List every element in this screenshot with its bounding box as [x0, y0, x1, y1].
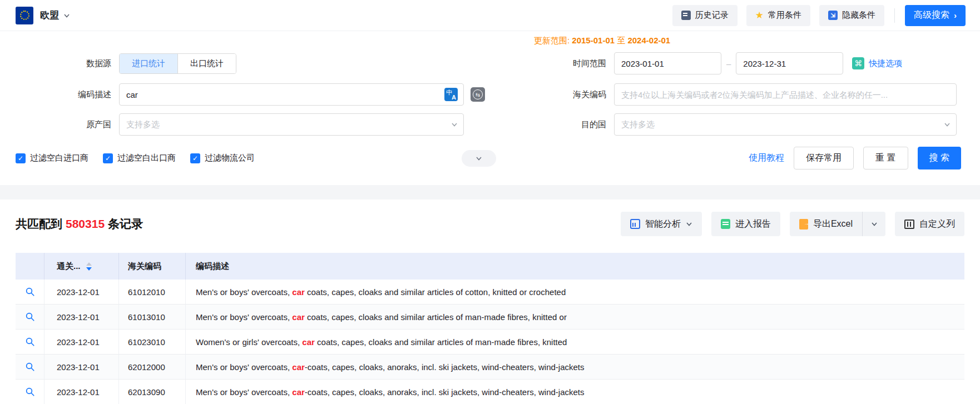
expand-conditions-button[interactable]	[462, 150, 496, 167]
star-icon: ★	[755, 11, 764, 20]
section-divider	[0, 185, 980, 199]
magnifier-icon[interactable]	[25, 337, 35, 347]
code-desc-label: 编码描述	[16, 89, 111, 100]
search-button[interactable]: 搜 索	[918, 147, 961, 169]
header-code-column: 海关编码	[119, 253, 186, 280]
filter-logistics-checkbox[interactable]: ✓ 过滤物流公司	[190, 153, 255, 163]
translate-icon[interactable]: 中A	[444, 88, 458, 101]
start-date-input[interactable]	[621, 59, 732, 68]
region-selector[interactable]: 欧盟	[40, 9, 70, 22]
code-desc-field[interactable]: 中A	[119, 83, 464, 106]
hs-code-field[interactable]	[614, 83, 957, 106]
export-options-button[interactable]	[862, 212, 885, 236]
swap-icon[interactable]: ⇆	[471, 87, 485, 102]
highlight-term: car	[302, 337, 315, 347]
table-row: 2023-12-01 61023010 Women's or girls' ov…	[16, 330, 964, 355]
data-source-label: 数据源	[16, 58, 111, 69]
cell-date: 2023-12-01	[44, 280, 119, 304]
export-excel-button[interactable]: 导出Excel	[790, 212, 862, 236]
chevron-down-icon	[476, 155, 482, 162]
cell-date: 2023-12-01	[44, 380, 119, 404]
hide-conditions-button[interactable]: ⇲ 隐藏条件	[819, 5, 884, 26]
favorites-button[interactable]: ★ 常用条件	[746, 5, 810, 26]
origin-country-select[interactable]: 支持多选	[119, 113, 464, 136]
header-desc-column: 编码描述	[186, 261, 964, 272]
cell-desc: Men's or boys' overcoats, car-coats, cap…	[186, 362, 964, 372]
excel-export-icon	[799, 219, 808, 230]
eu-flag-icon	[16, 7, 33, 24]
columns-icon	[904, 220, 914, 229]
custom-columns-button[interactable]: 自定义列	[895, 212, 964, 236]
origin-country-label: 原产国	[16, 119, 111, 130]
magnifier-icon[interactable]	[25, 387, 35, 397]
cell-code: 61012010	[119, 280, 186, 304]
start-date-field[interactable]	[614, 52, 721, 74]
quick-options-link[interactable]: 快捷选项	[869, 58, 902, 69]
results-header: 共匹配到580315条记录 智能分析 进入报告 导出Excel 自定义列	[0, 212, 980, 236]
cell-code: 61013010	[119, 305, 186, 329]
cell-date: 2023-12-01	[44, 330, 119, 354]
code-desc-input[interactable]	[126, 90, 444, 99]
checkbox-checked-icon: ✓	[103, 153, 113, 163]
save-common-button[interactable]: 保存常用	[794, 147, 854, 169]
history-button[interactable]: 历史记录	[672, 5, 738, 26]
chevron-right-icon: ›	[954, 11, 957, 20]
export-excel-split-button: 导出Excel	[790, 212, 885, 236]
update-range-note: 更新范围: 2015-01-01 至 2024-02-01	[534, 36, 957, 49]
table-row: 2023-12-01 62013090 Men's or boys' overc…	[16, 380, 964, 404]
checkbox-checked-icon: ✓	[16, 153, 26, 163]
hs-code-label: 海关编码	[556, 89, 606, 100]
cell-desc: Men's or boys' overcoats, car coats, cap…	[186, 287, 964, 297]
report-icon	[721, 219, 730, 229]
top-bar: 欧盟 历史记录 ★ 常用条件 ⇲ 隐藏条件 高级搜索 ›	[0, 0, 980, 31]
results-summary: 共匹配到580315条记录	[16, 216, 143, 232]
chevron-down-icon	[871, 221, 878, 227]
advanced-search-button[interactable]: 高级搜索 ›	[905, 5, 966, 26]
command-icon: ⌘	[852, 57, 864, 69]
cell-code: 61023010	[119, 330, 186, 354]
reset-button[interactable]: 重 置	[863, 147, 908, 169]
search-form: 更新范围: 2015-01-01 至 2024-02-01 数据源 进口统计 出…	[0, 31, 980, 177]
chevron-down-icon	[944, 121, 951, 128]
table-row: 2023-12-01 61013010 Men's or boys' overc…	[16, 305, 964, 330]
hs-code-input[interactable]	[621, 90, 951, 99]
chevron-down-icon	[451, 121, 458, 128]
sort-toggle[interactable]	[86, 262, 92, 271]
table-header-row: 通关... 海关编码 编码描述	[16, 253, 964, 280]
data-source-tabs: 进口统计 出口统计	[119, 53, 236, 74]
enter-report-button[interactable]: 进入报告	[711, 212, 780, 236]
magnifier-icon[interactable]	[25, 287, 35, 297]
chevron-down-icon	[63, 12, 70, 19]
cell-code: 62012000	[119, 355, 186, 379]
collapse-icon: ⇲	[828, 11, 838, 20]
dest-country-label: 目的国	[556, 119, 606, 130]
smart-analysis-button[interactable]: 智能分析	[621, 212, 702, 236]
highlight-term: car	[292, 287, 305, 297]
cell-desc: Men's or boys' overcoats, car coats, cap…	[186, 312, 964, 322]
checkbox-checked-icon: ✓	[190, 153, 200, 163]
tab-export-stats[interactable]: 出口统计	[177, 54, 236, 73]
region-name: 欧盟	[40, 9, 59, 22]
tutorial-link[interactable]: 使用教程	[749, 152, 784, 164]
filter-blank-exporter-checkbox[interactable]: ✓ 过滤空白出口商	[103, 153, 176, 163]
date-separator: –	[726, 59, 731, 68]
cell-date: 2023-12-01	[44, 305, 119, 329]
filter-blank-importer-checkbox[interactable]: ✓ 过滤空白进口商	[16, 153, 88, 163]
magnifier-icon[interactable]	[25, 362, 35, 372]
end-date-input[interactable]	[743, 59, 854, 68]
magnifier-icon[interactable]	[25, 312, 35, 322]
table-row: 2023-12-01 62012000 Men's or boys' overc…	[16, 355, 964, 380]
highlight-term: car	[292, 362, 305, 372]
chevron-down-icon	[686, 221, 692, 227]
highlight-term: car	[292, 387, 305, 397]
header-date-column[interactable]: 通关...	[44, 253, 119, 280]
cell-code: 62013090	[119, 380, 186, 404]
divider	[894, 8, 895, 23]
match-count: 580315	[66, 217, 105, 230]
dest-country-select[interactable]: 支持多选	[614, 113, 957, 136]
cell-desc: Men's or boys' overcoats, car-coats, cap…	[186, 387, 964, 397]
tab-import-stats[interactable]: 进口统计	[120, 54, 177, 73]
end-date-field[interactable]	[736, 52, 843, 74]
sort-asc-icon	[86, 262, 92, 266]
header-preview-column	[16, 253, 44, 280]
